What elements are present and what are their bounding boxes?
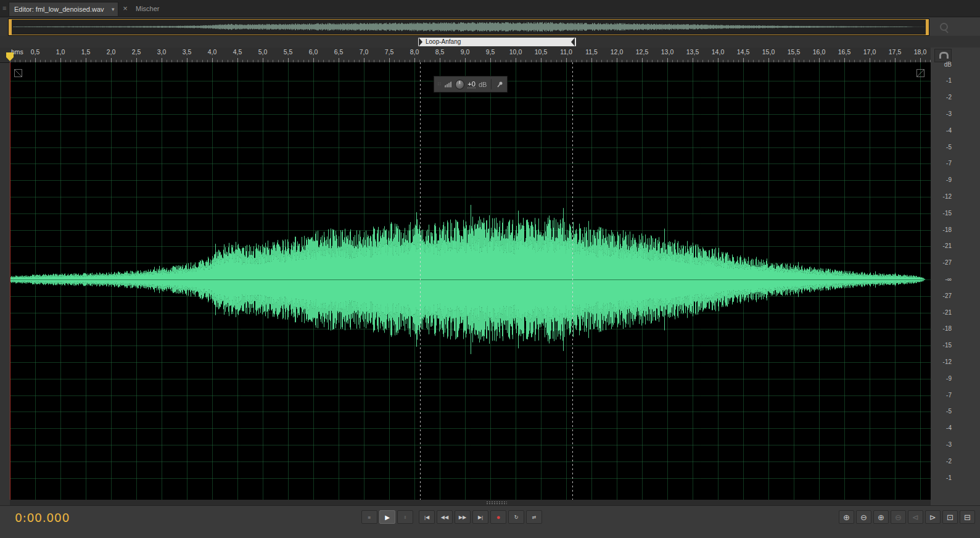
ruler-tick [844, 58, 845, 62]
db-scale-label: -2 [933, 458, 952, 465]
zoom-in-amplitude-button[interactable]: ⊕ [873, 510, 889, 524]
ruler-tick-label: 1,5 [77, 48, 94, 56]
ruler-tick [490, 58, 491, 62]
db-scale-label: -4 [933, 424, 952, 431]
ruler-tick-label: 0,5 [27, 48, 44, 56]
scrollbar-grip[interactable] [486, 501, 507, 504]
fade-handle-left[interactable] [14, 69, 22, 77]
timeline-ruler[interactable]: hms 0,51,01,52,02,53,03,54,04,55,05,56,0… [0, 48, 931, 63]
loop-marker-label: Loop-Anfang [426, 38, 461, 45]
db-scale-label: -1 [933, 474, 952, 481]
ruler-tick-label: 18,0 [912, 48, 929, 56]
transport-buttons: ■▶‖|◀◀◀▶▶▶|●↻⇄ [361, 510, 542, 524]
db-scale-label: -9 [933, 176, 952, 183]
db-scale-label: -21 [933, 309, 952, 316]
zoom-buttons: ⊕⊖⊕⊖⊲⊳⊡⊟ [839, 510, 975, 524]
overview-navigator[interactable] [9, 19, 929, 35]
ruler-tick [819, 58, 820, 62]
hud-pin-icon[interactable] [496, 81, 503, 88]
amplitude-ruler[interactable]: dB-1-2-3-4-5-7-9-12-15-18-21-27-∞-27-21-… [931, 62, 980, 500]
zoom-out-amplitude-button[interactable]: ⊖ [891, 510, 906, 524]
db-scale-label: -3 [933, 441, 952, 448]
zoom-to-out-point-button[interactable]: ⊳ [925, 510, 941, 524]
zoom-to-in-point-button[interactable]: ⊲ [908, 510, 923, 524]
loop-end-line[interactable] [572, 62, 573, 500]
db-scale-label: -12 [933, 358, 952, 365]
magnet-icon [939, 52, 949, 59]
play-button[interactable]: ▶ [379, 510, 395, 524]
db-scale-label: -4 [933, 127, 952, 134]
ruler-tick-label: 9,5 [482, 48, 499, 56]
ruler-tick [263, 58, 263, 62]
ruler-tick [440, 58, 440, 62]
loop-marker-bar[interactable]: Loop-Anfang [418, 38, 576, 46]
fade-handle-right[interactable] [916, 69, 924, 77]
ruler-tick-label: 11,5 [583, 48, 600, 56]
db-scale-label: -27 [933, 259, 952, 266]
db-scale-label: -7 [933, 392, 952, 399]
playhead-line [10, 62, 10, 500]
overview-zoom-icon[interactable] [940, 23, 948, 31]
ruler-tick [794, 58, 794, 62]
ruler-tick-label: 12,0 [608, 48, 625, 56]
ruler-tick [667, 58, 668, 62]
hud-volume-knob[interactable] [455, 80, 465, 89]
ruler-tick [111, 58, 112, 62]
ruler-tick [516, 58, 516, 62]
overview-left-handle[interactable] [9, 19, 12, 35]
zoom-to-selection-button[interactable]: ⊡ [942, 510, 958, 524]
db-scale-label: -1 [933, 77, 952, 84]
ruler-tick-label: 6,0 [305, 48, 322, 56]
marker-strip: Loop-Anfang [0, 36, 980, 48]
horizontal-scrollbar[interactable] [10, 500, 931, 505]
ruler-tick [870, 58, 870, 62]
tab-menu-arrow-icon[interactable]: ▾ [112, 2, 115, 17]
ruler-tick-label: 7,0 [355, 48, 373, 56]
stop-button[interactable]: ■ [361, 510, 377, 524]
ruler-tick-label: 13,5 [684, 48, 701, 56]
time-display[interactable]: 0:00.000 [15, 511, 70, 524]
ruler-tick [642, 58, 643, 62]
tab-editor[interactable]: Editor: fml_low_denoised.wav ▾ [9, 2, 118, 16]
db-scale-label: dB [933, 61, 952, 68]
ruler-tick [617, 58, 617, 62]
ruler-tick [920, 58, 921, 62]
ruler-tick-label: 14,0 [709, 48, 727, 56]
ruler-tick [86, 58, 86, 62]
ruler-tick [591, 58, 592, 62]
zoom-in-button[interactable]: ⊕ [839, 510, 854, 524]
ruler-tick-label: 5,5 [279, 48, 297, 56]
db-scale-label: -15 [933, 342, 952, 349]
db-scale-label: -9 [933, 375, 952, 382]
waveform-display[interactable] [10, 62, 931, 500]
skip-to-end-button[interactable]: ▶| [472, 510, 488, 524]
hud-grip-icon[interactable]: ∷ [438, 81, 442, 87]
ruler-tick-label: 2,0 [102, 48, 120, 56]
db-scale-label: -18 [933, 325, 952, 332]
zoom-out-button[interactable]: ⊖ [856, 510, 871, 524]
record-button[interactable]: ● [490, 510, 506, 524]
ruler-tick-label: 17,5 [886, 48, 904, 56]
ruler-tick-label: 15,0 [760, 48, 777, 56]
db-scale-label: -15 [933, 210, 952, 217]
rewind-button[interactable]: ◀◀ [437, 510, 453, 524]
skip-selection-button[interactable]: ⇄ [526, 510, 542, 524]
fast-forward-button[interactable]: ▶▶ [455, 510, 471, 524]
overview-right-handle[interactable] [926, 19, 929, 35]
skip-to-start-button[interactable]: |◀ [419, 510, 435, 524]
zoom-out-full-button[interactable]: ⊟ [960, 510, 975, 524]
ruler-tick-label: 16,5 [836, 48, 853, 56]
db-scale-label: -2 [933, 94, 952, 101]
tab-mixer[interactable]: Mischer [131, 2, 165, 16]
ruler-tick-label: 2,5 [128, 48, 145, 56]
ruler-tick-label: 3,5 [178, 48, 196, 56]
tab-close-button[interactable]: × [121, 3, 130, 14]
panel-grip-icon[interactable]: ≡ [2, 4, 6, 12]
pause-button[interactable]: ‖ [397, 510, 413, 524]
loop-playback-button[interactable]: ↻ [508, 510, 524, 524]
ruler-tick-label: 8,5 [431, 48, 448, 56]
loop-flag-right-icon [571, 38, 575, 46]
loop-start-line[interactable] [420, 62, 421, 500]
db-scale-label: -7 [933, 160, 952, 167]
hud-volume-value[interactable]: +0 [467, 80, 476, 88]
